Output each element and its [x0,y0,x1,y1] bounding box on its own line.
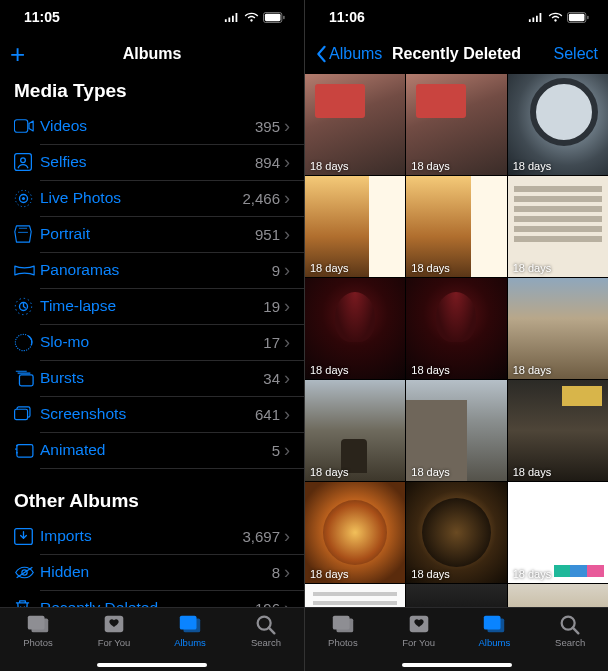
back-button[interactable]: Albums [315,45,382,63]
svg-line-28 [269,628,275,634]
row-recently-deleted[interactable]: Recently Deleted 196 › [14,590,290,607]
row-count: 3,697 [242,528,280,545]
days-remaining: 18 days [513,160,552,172]
row-hidden[interactable]: Hidden 8 › [14,554,290,590]
photo-thumbnail[interactable]: 18 days [508,482,608,583]
status-bar: 11:05 [0,0,304,34]
tab-photos[interactable]: Photos [0,612,76,671]
photo-thumbnail[interactable] [508,584,608,607]
nav-bar: + Albums [0,34,304,74]
svg-point-18 [16,452,18,454]
photo-grid[interactable]: 18 days 18 days 18 days 18 days 18 days … [305,74,608,607]
row-screenshots[interactable]: Screenshots 641 › [14,396,290,432]
tab-search[interactable]: Search [532,612,608,671]
svg-point-7 [22,196,25,199]
row-count: 641 [255,406,280,423]
photo-thumbnail[interactable]: 18 days [508,176,608,277]
days-remaining: 18 days [513,262,552,274]
row-count: 5 [272,442,280,459]
select-button[interactable]: Select [554,45,598,63]
svg-rect-23 [28,616,45,630]
svg-point-17 [15,448,17,450]
photo-thumbnail[interactable]: 18 days [305,74,405,175]
photo-thumbnail[interactable]: 18 days [406,176,506,277]
svg-rect-3 [14,120,27,133]
panoramas-icon [14,264,40,277]
animated-icon [14,442,40,458]
chevron-right-icon: › [284,599,290,607]
row-label: Bursts [40,369,263,387]
row-label: Hidden [40,563,272,581]
row-label: Slo-mo [40,333,263,351]
row-panoramas[interactable]: Panoramas 9 › [14,252,290,288]
row-label: Live Photos [40,189,242,207]
tab-label: Search [251,637,281,648]
days-remaining: 18 days [513,364,552,376]
row-label: Videos [40,117,255,135]
row-count: 894 [255,154,280,171]
svg-line-38 [573,628,579,634]
chevron-right-icon: › [284,153,290,171]
row-bursts[interactable]: Bursts 34 › [14,360,290,396]
svg-rect-14 [15,409,28,419]
row-count: 17 [263,334,280,351]
photo-thumbnail[interactable]: 18 days [406,482,506,583]
row-label: Panoramas [40,261,272,279]
back-label: Albums [329,45,382,63]
albums-list[interactable]: Media Types Videos 395 › Selfies 894 › L… [0,74,304,607]
row-selfies[interactable]: Selfies 894 › [14,144,290,180]
photo-thumbnail[interactable] [305,584,405,607]
selfies-icon [14,153,40,171]
row-imports[interactable]: Imports 3,697 › [14,518,290,554]
svg-rect-12 [19,374,33,385]
photo-thumbnail[interactable]: 18 days [305,176,405,277]
svg-point-5 [21,158,26,163]
days-remaining: 18 days [310,262,349,274]
add-button[interactable]: + [10,41,25,67]
photo-thumbnail[interactable]: 18 days [508,278,608,379]
tab-search[interactable]: Search [228,612,304,671]
albums-screen: 11:05 + Albums Media Types Videos 395 › … [0,0,304,671]
chevron-right-icon: › [284,369,290,387]
row-live-photos[interactable]: Live Photos 2,466 › [14,180,290,216]
row-portrait[interactable]: Portrait 951 › [14,216,290,252]
status-bar: 11:06 [305,0,608,34]
photo-thumbnail[interactable]: 18 days [406,380,506,481]
chevron-right-icon: › [284,297,290,315]
svg-rect-36 [484,616,501,630]
photo-thumbnail[interactable] [406,584,506,607]
chevron-right-icon: › [284,441,290,459]
photo-thumbnail[interactable]: 18 days [305,380,405,481]
tab-bar: Photos For You Albums Search [305,607,608,671]
home-indicator[interactable] [97,663,207,667]
row-label: Screenshots [40,405,255,423]
tab-photos[interactable]: Photos [305,612,381,671]
days-remaining: 18 days [411,160,450,172]
row-time-lapse[interactable]: Time-lapse 19 › [14,288,290,324]
photo-thumbnail[interactable]: 18 days [406,278,506,379]
home-indicator[interactable] [402,663,512,667]
status-time: 11:05 [24,9,60,25]
photo-thumbnail[interactable]: 18 days [305,278,405,379]
tab-label: Search [555,637,585,648]
status-time: 11:06 [329,9,365,25]
chevron-right-icon: › [284,117,290,135]
photo-thumbnail[interactable]: 18 days [508,380,608,481]
tab-label: For You [402,637,435,648]
chevron-right-icon: › [284,563,290,581]
row-label: Animated [40,441,272,459]
days-remaining: 18 days [513,568,552,580]
photo-thumbnail[interactable]: 18 days [406,74,506,175]
chevron-right-icon: › [284,189,290,207]
row-count: 951 [255,226,280,243]
photo-thumbnail[interactable]: 18 days [305,482,405,583]
row-label: Imports [40,527,242,545]
row-slo-mo[interactable]: Slo-mo 17 › [14,324,290,360]
row-animated[interactable]: Animated 5 › [14,432,290,468]
nav-title: Albums [0,45,304,63]
bursts-icon [14,370,40,387]
row-label: Portrait [40,225,255,243]
photo-thumbnail[interactable]: 18 days [508,74,608,175]
row-videos[interactable]: Videos 395 › [14,108,290,144]
tab-label: Photos [23,637,53,648]
